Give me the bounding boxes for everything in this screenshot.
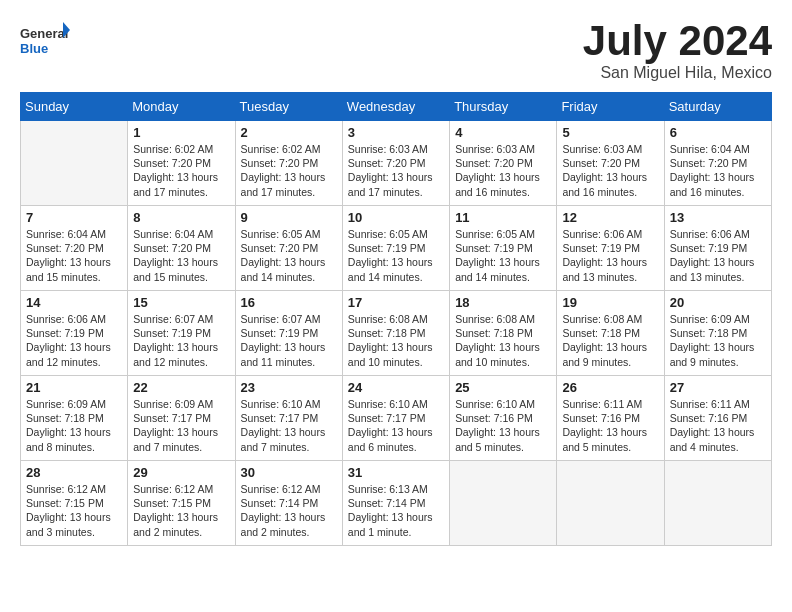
day-number: 5 bbox=[562, 125, 658, 140]
calendar-cell: 11Sunrise: 6:05 AM Sunset: 7:19 PM Dayli… bbox=[450, 206, 557, 291]
calendar-cell: 28Sunrise: 6:12 AM Sunset: 7:15 PM Dayli… bbox=[21, 461, 128, 546]
day-info: Sunrise: 6:07 AM Sunset: 7:19 PM Dayligh… bbox=[133, 312, 229, 369]
svg-text:General: General bbox=[20, 26, 68, 41]
calendar-cell: 16Sunrise: 6:07 AM Sunset: 7:19 PM Dayli… bbox=[235, 291, 342, 376]
day-info: Sunrise: 6:04 AM Sunset: 7:20 PM Dayligh… bbox=[26, 227, 122, 284]
day-info: Sunrise: 6:10 AM Sunset: 7:17 PM Dayligh… bbox=[241, 397, 337, 454]
calendar-header-friday: Friday bbox=[557, 93, 664, 121]
day-info: Sunrise: 6:06 AM Sunset: 7:19 PM Dayligh… bbox=[26, 312, 122, 369]
day-number: 7 bbox=[26, 210, 122, 225]
month-title: July 2024 bbox=[583, 20, 772, 62]
calendar-cell: 18Sunrise: 6:08 AM Sunset: 7:18 PM Dayli… bbox=[450, 291, 557, 376]
day-number: 11 bbox=[455, 210, 551, 225]
day-number: 9 bbox=[241, 210, 337, 225]
day-info: Sunrise: 6:09 AM Sunset: 7:18 PM Dayligh… bbox=[26, 397, 122, 454]
calendar-header-thursday: Thursday bbox=[450, 93, 557, 121]
day-number: 6 bbox=[670, 125, 766, 140]
day-number: 26 bbox=[562, 380, 658, 395]
day-info: Sunrise: 6:11 AM Sunset: 7:16 PM Dayligh… bbox=[562, 397, 658, 454]
day-info: Sunrise: 6:05 AM Sunset: 7:19 PM Dayligh… bbox=[455, 227, 551, 284]
header: General Blue July 2024 San Miguel Hila, … bbox=[20, 20, 772, 82]
calendar-header-sunday: Sunday bbox=[21, 93, 128, 121]
calendar-cell: 5Sunrise: 6:03 AM Sunset: 7:20 PM Daylig… bbox=[557, 121, 664, 206]
day-info: Sunrise: 6:03 AM Sunset: 7:20 PM Dayligh… bbox=[455, 142, 551, 199]
day-number: 23 bbox=[241, 380, 337, 395]
day-number: 16 bbox=[241, 295, 337, 310]
calendar-cell: 27Sunrise: 6:11 AM Sunset: 7:16 PM Dayli… bbox=[664, 376, 771, 461]
calendar-week-4: 28Sunrise: 6:12 AM Sunset: 7:15 PM Dayli… bbox=[21, 461, 772, 546]
day-info: Sunrise: 6:05 AM Sunset: 7:19 PM Dayligh… bbox=[348, 227, 444, 284]
day-number: 20 bbox=[670, 295, 766, 310]
calendar-cell: 6Sunrise: 6:04 AM Sunset: 7:20 PM Daylig… bbox=[664, 121, 771, 206]
day-info: Sunrise: 6:05 AM Sunset: 7:20 PM Dayligh… bbox=[241, 227, 337, 284]
calendar-week-1: 7Sunrise: 6:04 AM Sunset: 7:20 PM Daylig… bbox=[21, 206, 772, 291]
day-info: Sunrise: 6:09 AM Sunset: 7:17 PM Dayligh… bbox=[133, 397, 229, 454]
day-info: Sunrise: 6:10 AM Sunset: 7:16 PM Dayligh… bbox=[455, 397, 551, 454]
calendar-cell: 21Sunrise: 6:09 AM Sunset: 7:18 PM Dayli… bbox=[21, 376, 128, 461]
day-number: 29 bbox=[133, 465, 229, 480]
day-info: Sunrise: 6:08 AM Sunset: 7:18 PM Dayligh… bbox=[455, 312, 551, 369]
day-number: 22 bbox=[133, 380, 229, 395]
calendar-cell: 22Sunrise: 6:09 AM Sunset: 7:17 PM Dayli… bbox=[128, 376, 235, 461]
calendar-cell: 7Sunrise: 6:04 AM Sunset: 7:20 PM Daylig… bbox=[21, 206, 128, 291]
calendar-cell: 2Sunrise: 6:02 AM Sunset: 7:20 PM Daylig… bbox=[235, 121, 342, 206]
calendar-cell: 17Sunrise: 6:08 AM Sunset: 7:18 PM Dayli… bbox=[342, 291, 449, 376]
day-info: Sunrise: 6:04 AM Sunset: 7:20 PM Dayligh… bbox=[670, 142, 766, 199]
logo: General Blue bbox=[20, 20, 70, 60]
day-number: 17 bbox=[348, 295, 444, 310]
calendar-cell: 3Sunrise: 6:03 AM Sunset: 7:20 PM Daylig… bbox=[342, 121, 449, 206]
calendar-header-monday: Monday bbox=[128, 93, 235, 121]
day-info: Sunrise: 6:08 AM Sunset: 7:18 PM Dayligh… bbox=[562, 312, 658, 369]
calendar-cell: 19Sunrise: 6:08 AM Sunset: 7:18 PM Dayli… bbox=[557, 291, 664, 376]
day-number: 14 bbox=[26, 295, 122, 310]
day-number: 2 bbox=[241, 125, 337, 140]
day-info: Sunrise: 6:10 AM Sunset: 7:17 PM Dayligh… bbox=[348, 397, 444, 454]
day-number: 31 bbox=[348, 465, 444, 480]
logo-svg: General Blue bbox=[20, 20, 70, 60]
day-info: Sunrise: 6:06 AM Sunset: 7:19 PM Dayligh… bbox=[562, 227, 658, 284]
day-info: Sunrise: 6:11 AM Sunset: 7:16 PM Dayligh… bbox=[670, 397, 766, 454]
calendar-cell: 25Sunrise: 6:10 AM Sunset: 7:16 PM Dayli… bbox=[450, 376, 557, 461]
day-info: Sunrise: 6:03 AM Sunset: 7:20 PM Dayligh… bbox=[562, 142, 658, 199]
calendar-cell: 24Sunrise: 6:10 AM Sunset: 7:17 PM Dayli… bbox=[342, 376, 449, 461]
day-info: Sunrise: 6:04 AM Sunset: 7:20 PM Dayligh… bbox=[133, 227, 229, 284]
calendar-cell: 23Sunrise: 6:10 AM Sunset: 7:17 PM Dayli… bbox=[235, 376, 342, 461]
calendar-cell: 20Sunrise: 6:09 AM Sunset: 7:18 PM Dayli… bbox=[664, 291, 771, 376]
day-info: Sunrise: 6:13 AM Sunset: 7:14 PM Dayligh… bbox=[348, 482, 444, 539]
day-number: 12 bbox=[562, 210, 658, 225]
day-info: Sunrise: 6:07 AM Sunset: 7:19 PM Dayligh… bbox=[241, 312, 337, 369]
calendar-cell: 14Sunrise: 6:06 AM Sunset: 7:19 PM Dayli… bbox=[21, 291, 128, 376]
day-number: 27 bbox=[670, 380, 766, 395]
day-info: Sunrise: 6:08 AM Sunset: 7:18 PM Dayligh… bbox=[348, 312, 444, 369]
day-number: 8 bbox=[133, 210, 229, 225]
calendar-cell: 12Sunrise: 6:06 AM Sunset: 7:19 PM Dayli… bbox=[557, 206, 664, 291]
day-number: 28 bbox=[26, 465, 122, 480]
day-number: 10 bbox=[348, 210, 444, 225]
day-number: 18 bbox=[455, 295, 551, 310]
day-number: 4 bbox=[455, 125, 551, 140]
day-number: 21 bbox=[26, 380, 122, 395]
calendar-cell: 9Sunrise: 6:05 AM Sunset: 7:20 PM Daylig… bbox=[235, 206, 342, 291]
day-info: Sunrise: 6:12 AM Sunset: 7:14 PM Dayligh… bbox=[241, 482, 337, 539]
day-number: 19 bbox=[562, 295, 658, 310]
calendar-cell bbox=[557, 461, 664, 546]
day-info: Sunrise: 6:09 AM Sunset: 7:18 PM Dayligh… bbox=[670, 312, 766, 369]
calendar-cell: 31Sunrise: 6:13 AM Sunset: 7:14 PM Dayli… bbox=[342, 461, 449, 546]
calendar-header-tuesday: Tuesday bbox=[235, 93, 342, 121]
day-number: 15 bbox=[133, 295, 229, 310]
calendar-cell: 29Sunrise: 6:12 AM Sunset: 7:15 PM Dayli… bbox=[128, 461, 235, 546]
day-number: 24 bbox=[348, 380, 444, 395]
calendar-cell: 10Sunrise: 6:05 AM Sunset: 7:19 PM Dayli… bbox=[342, 206, 449, 291]
calendar-header-row: SundayMondayTuesdayWednesdayThursdayFrid… bbox=[21, 93, 772, 121]
day-number: 30 bbox=[241, 465, 337, 480]
calendar-week-2: 14Sunrise: 6:06 AM Sunset: 7:19 PM Dayli… bbox=[21, 291, 772, 376]
calendar-cell: 8Sunrise: 6:04 AM Sunset: 7:20 PM Daylig… bbox=[128, 206, 235, 291]
calendar-header-saturday: Saturday bbox=[664, 93, 771, 121]
day-info: Sunrise: 6:06 AM Sunset: 7:19 PM Dayligh… bbox=[670, 227, 766, 284]
day-info: Sunrise: 6:02 AM Sunset: 7:20 PM Dayligh… bbox=[133, 142, 229, 199]
calendar-cell bbox=[664, 461, 771, 546]
day-number: 25 bbox=[455, 380, 551, 395]
calendar-cell: 15Sunrise: 6:07 AM Sunset: 7:19 PM Dayli… bbox=[128, 291, 235, 376]
title-area: July 2024 San Miguel Hila, Mexico bbox=[583, 20, 772, 82]
calendar-header-wednesday: Wednesday bbox=[342, 93, 449, 121]
